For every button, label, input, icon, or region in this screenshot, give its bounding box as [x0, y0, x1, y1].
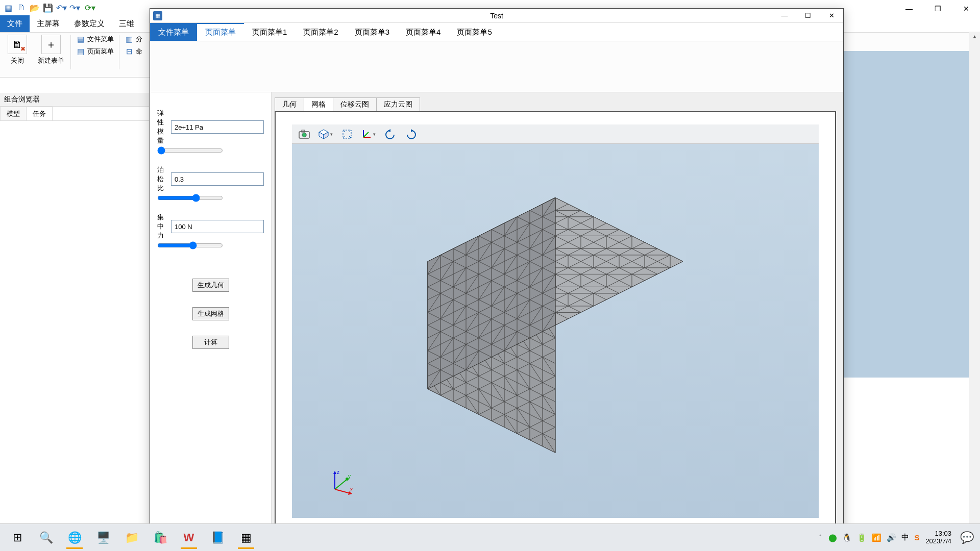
elastic-modulus-slider[interactable] — [157, 146, 223, 155]
host-menu-params[interactable]: 参数定义 — [67, 15, 112, 32]
svg-marker-10 — [388, 129, 390, 132]
ribbon-newform-label: 新建表单 — [38, 56, 64, 65]
compute-button[interactable]: 计算 — [192, 336, 229, 349]
vertical-scrollbar[interactable]: ▲ ▼ — [969, 32, 980, 532]
svg-line-619 — [335, 480, 346, 489]
host-panel-title: 组合浏览器 — [0, 93, 149, 107]
tray-expand-icon[interactable]: ˄ — [819, 534, 822, 541]
child-titlebar[interactable]: ▦ Test ― ☐ ✕ — [150, 9, 843, 23]
rotate-cw-icon[interactable] — [403, 127, 420, 142]
qat-save-icon[interactable]: 💾 — [42, 2, 54, 14]
app-icon: ▦ — [2, 2, 14, 14]
tray-ime-icon[interactable]: 中 — [901, 533, 909, 542]
taskbar-date: 2023/7/4 — [925, 538, 951, 545]
taskbar-app2-icon[interactable]: ▦ — [233, 525, 259, 550]
start-button[interactable]: ⊞ — [4, 525, 31, 550]
child-window-title: Test — [490, 12, 503, 20]
view-tab-stress[interactable]: 应力云图 — [376, 97, 420, 111]
elastic-modulus-input[interactable] — [171, 120, 264, 134]
cube-view-icon[interactable] — [317, 127, 334, 142]
rotate-ccw-icon[interactable] — [382, 127, 398, 142]
list-icon: ▤ — [76, 47, 85, 56]
child-minimize-button[interactable]: ― — [773, 9, 796, 22]
axis-view-icon[interactable] — [360, 127, 377, 142]
qat-new-icon[interactable]: 🗎 — [15, 2, 28, 14]
scroll-up-icon[interactable]: ▲ — [972, 34, 977, 39]
taskbar-app1-icon[interactable]: 📘 — [204, 525, 231, 550]
search-button[interactable]: 🔍 — [33, 525, 59, 550]
child-app-icon: ▦ — [153, 11, 162, 20]
ribbon-cmd-button[interactable]: ⊟命 — [125, 47, 142, 56]
tray-app-icon[interactable]: ⬤ — [828, 533, 837, 542]
ribbon-newform-button[interactable]: ＋ 新建表单 — [37, 35, 65, 65]
qat-refresh-icon[interactable]: ⟳▾ — [84, 2, 96, 14]
ribbon-split-button[interactable]: ▥分 — [125, 35, 142, 44]
child-menu-page4[interactable]: 页面菜单4 — [398, 23, 449, 41]
concentrated-force-label: 集中力 — [157, 213, 168, 240]
minimize-button[interactable]: ― — [897, 2, 921, 15]
poisson-ratio-input[interactable] — [171, 172, 264, 186]
concentrated-force-input[interactable] — [171, 220, 264, 233]
child-maximize-button[interactable]: ☐ — [796, 9, 820, 22]
tray-wifi-icon[interactable]: 📶 — [872, 533, 881, 542]
child-menu-page0[interactable]: 页面菜单 — [197, 23, 244, 41]
plus-icon: ＋ — [46, 38, 56, 52]
viewport-area: 几何 网格 位移云图 应力云图 — [272, 92, 843, 538]
mesh-viewport[interactable]: z y x — [292, 144, 819, 518]
generate-geometry-button[interactable]: 生成几何 — [192, 279, 229, 292]
child-menu-file[interactable]: 文件菜单 — [150, 23, 197, 41]
taskbar-store-icon[interactable]: 🛍️ — [147, 525, 174, 550]
tray-penguin-icon[interactable]: 🐧 — [842, 533, 852, 542]
restore-button[interactable]: ❐ — [926, 2, 949, 15]
generate-mesh-button[interactable]: 生成网格 — [192, 307, 229, 320]
view-tab-mesh[interactable]: 网格 — [304, 97, 333, 111]
svg-text:x: x — [350, 487, 353, 492]
taskbar-edge-icon[interactable]: 🌐 — [61, 525, 88, 550]
child-close-button[interactable]: ✕ — [820, 9, 843, 22]
system-tray: ⬤ 🐧 🔋 📶 🔊 中 S — [828, 533, 919, 542]
host-menu-file[interactable]: 文件 — [0, 15, 30, 32]
axis-gadget: z y x — [328, 469, 354, 495]
host-tab-tasks[interactable]: 任务 — [26, 107, 53, 120]
taskbar-wps-icon[interactable]: W — [176, 525, 202, 550]
close-button[interactable]: ✕ — [954, 2, 978, 15]
child-menu-page3[interactable]: 页面菜单3 — [347, 23, 398, 41]
ribbon-filemenu-button[interactable]: ▤文件菜单 — [76, 35, 114, 44]
tray-sogou-icon[interactable]: S — [914, 533, 919, 542]
qat-undo-icon[interactable]: ↶▾ — [55, 2, 67, 14]
viewport-frame: z y x — [275, 111, 836, 531]
fit-view-icon[interactable] — [339, 127, 355, 142]
ribbon-close-button[interactable]: 🗎✖ 关闭 — [3, 35, 32, 65]
svg-marker-616 — [333, 471, 336, 474]
list-icon: ▤ — [76, 35, 85, 44]
host-menu-home[interactable]: 主屏幕 — [30, 15, 67, 32]
viewport-toolbar — [292, 124, 819, 144]
child-menu-page1[interactable]: 页面菜单1 — [244, 23, 295, 41]
host-panel-tabs: 模型 任务 — [0, 107, 149, 121]
camera-icon[interactable] — [296, 127, 312, 142]
svg-text:y: y — [348, 473, 351, 479]
qat-redo-icon[interactable]: ↷▾ — [68, 2, 81, 14]
host-menu-3d[interactable]: 三维 — [112, 15, 141, 32]
taskbar-clock[interactable]: 13:03 2023/7/4 — [925, 530, 951, 545]
view-tab-displacement[interactable]: 位移云图 — [333, 97, 377, 111]
qat-open-icon[interactable]: 📂 — [29, 2, 41, 14]
host-tab-model[interactable]: 模型 — [0, 107, 27, 120]
tray-volume-icon[interactable]: 🔊 — [887, 533, 896, 542]
notifications-button[interactable]: 💬 — [958, 525, 976, 550]
child-menu-page2[interactable]: 页面菜单2 — [295, 23, 346, 41]
svg-line-9 — [363, 132, 369, 137]
child-ribbon-area — [150, 41, 843, 92]
taskbar-desktop-icon[interactable]: 🖥️ — [90, 525, 116, 550]
child-menu-page5[interactable]: 页面菜单5 — [449, 23, 500, 41]
concentrated-force-slider[interactable] — [157, 241, 223, 249]
poisson-ratio-slider[interactable] — [157, 194, 223, 202]
ribbon-pagemenu-button[interactable]: ▤页面菜单 — [76, 47, 114, 56]
tray-battery-icon[interactable]: 🔋 — [857, 533, 867, 542]
svg-line-617 — [335, 489, 350, 493]
svg-marker-11 — [411, 129, 413, 132]
view-tab-geometry[interactable]: 几何 — [275, 97, 304, 111]
taskbar-explorer-icon[interactable]: 📁 — [118, 525, 145, 550]
tree-icon: ⊟ — [125, 47, 134, 56]
split-icon: ▥ — [125, 35, 134, 44]
